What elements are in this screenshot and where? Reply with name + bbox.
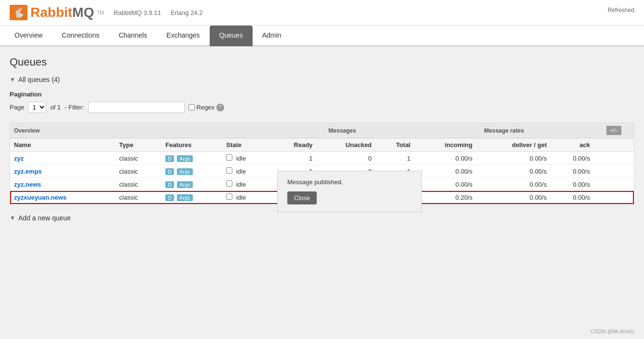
badge-d[interactable]: D (165, 181, 174, 188)
badge-args[interactable]: Args (177, 194, 193, 201)
queue-extra-cell (594, 152, 634, 165)
queue-extra-cell (594, 178, 634, 191)
queue-name-cell: zyz (10, 152, 115, 165)
all-queues-section[interactable]: ▼ All queues (4) (10, 76, 634, 83)
queue-deliver-get-cell: 0.00/s (476, 191, 550, 204)
add-queue-expand-icon: ▼ (10, 215, 15, 221)
badge-args[interactable]: Args (177, 155, 193, 162)
col-unacked-header: Unacked (317, 138, 376, 152)
state-checkbox[interactable] (226, 167, 232, 174)
queue-features-cell: D Args (161, 178, 222, 191)
page-select[interactable]: 1 (28, 102, 46, 113)
col-total-header: Total (376, 138, 414, 152)
group-rates-header: Message rates (414, 123, 593, 138)
queue-features-cell: D Args (161, 191, 222, 204)
col-ready-header: Ready (270, 138, 317, 152)
queue-name-cell: zyz.news (10, 178, 115, 191)
queue-name-link[interactable]: zyz (14, 155, 24, 162)
logo-icon: 🐇 (10, 5, 27, 20)
add-queue-label: Add a new queue (18, 214, 71, 222)
notification-popup: Message published. Close (277, 171, 422, 212)
queue-incoming-cell: 0.20/s (414, 191, 476, 204)
col-type-header: Type (115, 138, 161, 152)
col-features-header: Features (161, 138, 222, 152)
regex-help-icon[interactable]: ? (216, 104, 224, 111)
plus-minus-button[interactable]: +/- (606, 126, 622, 135)
nav-connections[interactable]: Connections (52, 26, 109, 46)
queue-state-label: idle (236, 155, 246, 162)
refreshed-label: Refreshed (608, 7, 634, 14)
queue-type-cell: classic (115, 178, 161, 191)
plus-minus-btn-cell[interactable]: +/- (594, 123, 634, 138)
queue-type-cell: classic (115, 191, 161, 204)
nav-overview[interactable]: Overview (5, 26, 52, 46)
version-info: RabbitMQ 3.9.11 (114, 9, 161, 16)
all-queues-label: All queues (4) (18, 76, 60, 83)
table-row: zyz classic D Args idle 1 0 1 0.00/s 0.0… (10, 152, 634, 165)
nav-admin[interactable]: Admin (253, 26, 291, 46)
queue-name-link[interactable]: zyzxueyuan.news (14, 194, 67, 201)
nav-exchanges[interactable]: Exchanges (157, 26, 209, 46)
queue-incoming-cell: 0.00/s (414, 178, 476, 191)
group-messages-header: Messages (270, 123, 415, 138)
header-info: RabbitMQ 3.9.11 Erlang 24.2 (114, 9, 203, 16)
nav-queues[interactable]: Queues (210, 26, 253, 46)
queue-features-cell: D Args (161, 165, 222, 178)
nav-channels[interactable]: Channels (109, 26, 157, 46)
state-checkbox[interactable] (226, 180, 232, 187)
queue-deliver-get-cell: 0.00/s (476, 152, 550, 165)
queue-incoming-cell: 0.00/s (414, 152, 476, 165)
col-state-header: State (222, 138, 270, 152)
regex-text: Regex (197, 104, 215, 111)
group-overview-header: Overview (10, 123, 270, 138)
queue-state-cell: idle (222, 152, 270, 165)
queue-type-cell: classic (115, 165, 161, 178)
badge-args[interactable]: Args (177, 168, 193, 175)
of-label: of 1 (50, 104, 61, 111)
pagination-section: Pagination Page 1 of 1 - Filter: Regex ? (10, 91, 634, 113)
queue-state-label: idle (236, 181, 246, 188)
state-checkbox[interactable] (226, 193, 232, 200)
queue-extra-cell (594, 165, 634, 178)
logo-text: RabbitMQ (30, 5, 94, 20)
badge-args[interactable]: Args (177, 181, 193, 188)
queue-ack-cell: 0.00/s (550, 152, 594, 165)
col-incoming-header: incoming (414, 138, 476, 152)
col-ack-header: ack (550, 138, 594, 152)
col-deliver-get-header: deliver / get (476, 138, 550, 152)
state-checkbox[interactable] (226, 154, 232, 161)
badge-d[interactable]: D (165, 194, 174, 201)
queue-deliver-get-cell: 0.00/s (476, 178, 550, 191)
queue-name-link[interactable]: zyz.news (14, 181, 41, 188)
col-empty-header (594, 138, 634, 152)
logo: 🐇 RabbitMQ TM (10, 5, 104, 20)
regex-label: Regex ? (188, 104, 225, 111)
col-name-header: Name (10, 138, 115, 152)
queue-name-cell: zyzxueyuan.news (10, 191, 115, 204)
queue-state-label: idle (236, 194, 246, 201)
queue-state-label: idle (236, 168, 246, 175)
erlang-info: Erlang 24.2 (171, 9, 203, 16)
close-notification-button[interactable]: Close (287, 191, 317, 204)
queue-extra-cell (594, 191, 634, 204)
add-queue-section[interactable]: ▼ Add a new queue (10, 214, 634, 222)
queue-deliver-get-cell: 0.00/s (476, 165, 550, 178)
filter-label: - Filter: (65, 104, 84, 111)
queue-ack-cell: 0.00/s (550, 165, 594, 178)
queue-state-cell: idle (222, 191, 270, 204)
queue-incoming-cell: 0.00/s (414, 165, 476, 178)
regex-checkbox[interactable] (188, 104, 195, 110)
queue-ack-cell: 0.00/s (550, 178, 594, 191)
page-label: Page (10, 104, 24, 111)
badge-d[interactable]: D (165, 155, 174, 162)
main-nav: Overview Connections Channels Exchanges … (0, 26, 644, 46)
collapse-icon: ▼ (10, 76, 15, 83)
queue-state-cell: idle (222, 165, 270, 178)
badge-d[interactable]: D (165, 168, 174, 175)
queue-unacked-cell: 0 (317, 152, 376, 165)
queue-name-link[interactable]: zyz.emps (14, 168, 42, 175)
filter-input[interactable] (88, 102, 185, 113)
queue-total-cell: 1 (376, 152, 414, 165)
queue-ack-cell: 0.00/s (550, 191, 594, 204)
queue-type-cell: classic (115, 152, 161, 165)
